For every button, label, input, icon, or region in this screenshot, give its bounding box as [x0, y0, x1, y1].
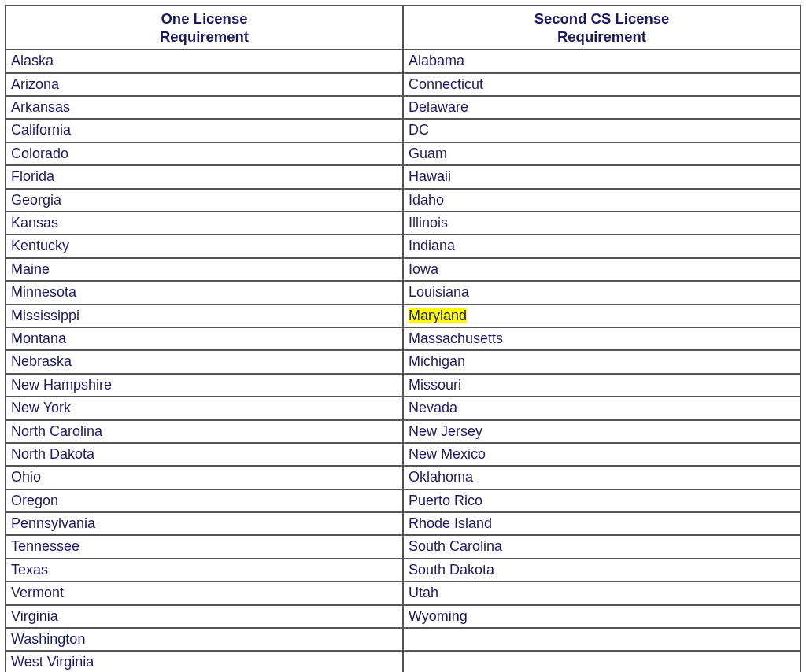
cell-second-cs-license: Delaware [403, 96, 800, 119]
cell-second-cs-license [403, 651, 800, 672]
cell-second-cs-license: Maryland [403, 305, 800, 327]
column-header-one-license: One License Requirement [6, 6, 403, 50]
table-body: AlaskaAlabamaArizonaConnecticutArkansasD… [6, 50, 800, 672]
table-row: New HampshireMissouri [6, 374, 800, 397]
header-line: Requirement [11, 28, 397, 46]
cell-one-license: North Carolina [6, 420, 403, 443]
column-header-second-cs-license: Second CS License Requirement [403, 6, 800, 50]
table-row: MississippiMaryland [6, 305, 800, 327]
cell-one-license: Oregon [6, 489, 403, 512]
table-row: TennesseeSouth Carolina [6, 535, 800, 558]
cell-second-cs-license: Puerto Rico [403, 489, 800, 512]
cell-one-license: Montana [6, 327, 403, 350]
cell-one-license: Washington [6, 628, 403, 651]
cell-one-license: Alaska [6, 50, 403, 72]
table-row: NebraskaMichigan [6, 350, 800, 373]
table-row: KansasIllinois [6, 212, 800, 234]
cell-one-license: Virginia [6, 605, 403, 628]
cell-second-cs-license: Nevada [403, 397, 800, 419]
cell-one-license: Kentucky [6, 234, 403, 257]
header-line: Second CS License [409, 9, 795, 28]
table-row: CaliforniaDC [6, 119, 800, 142]
cell-second-cs-license: Rhode Island [403, 512, 800, 535]
table-row: GeorgiaIdaho [6, 189, 800, 212]
cell-one-license: Pennsylvania [6, 512, 403, 535]
table-row: North CarolinaNew Jersey [6, 420, 800, 443]
cell-second-cs-license: Louisiana [403, 281, 800, 304]
table-row: AlaskaAlabama [6, 50, 800, 72]
cell-second-cs-license: Iowa [403, 258, 800, 281]
table-row: ArkansasDelaware [6, 96, 800, 119]
cell-second-cs-license: Oklahoma [403, 466, 800, 489]
table-row: OhioOklahoma [6, 466, 800, 489]
cell-one-license: Maine [6, 258, 403, 281]
table-row: OregonPuerto Rico [6, 489, 800, 512]
table-row: FloridaHawaii [6, 165, 800, 188]
cell-one-license: Kansas [6, 212, 403, 234]
header-line: One License [11, 9, 397, 28]
table-row: KentuckyIndiana [6, 234, 800, 257]
cell-one-license: Arkansas [6, 96, 403, 119]
cell-second-cs-license: Massachusetts [403, 327, 800, 350]
cell-one-license: Colorado [6, 142, 403, 165]
table-row: MaineIowa [6, 258, 800, 281]
cell-second-cs-license: Guam [403, 142, 800, 165]
cell-second-cs-license: Alabama [403, 50, 800, 72]
table-row: ColoradoGuam [6, 142, 800, 165]
table-row: VermontUtah [6, 582, 800, 604]
table-row: MinnesotaLouisiana [6, 281, 800, 304]
cell-second-cs-license [403, 628, 800, 651]
table-row: TexasSouth Dakota [6, 559, 800, 582]
cell-one-license: Georgia [6, 189, 403, 212]
cell-second-cs-license: DC [403, 119, 800, 142]
cell-second-cs-license: South Dakota [403, 559, 800, 582]
table-row: New YorkNevada [6, 397, 800, 419]
header-line: Requirement [409, 28, 795, 46]
cell-one-license: Florida [6, 165, 403, 188]
cell-one-license: Nebraska [6, 350, 403, 373]
table-row: ArizonaConnecticut [6, 73, 800, 96]
cell-one-license: Tennessee [6, 535, 403, 558]
cell-one-license: Minnesota [6, 281, 403, 304]
table-row: West Virginia [6, 651, 800, 672]
cell-one-license: Arizona [6, 73, 403, 96]
table-row: PennsylvaniaRhode Island [6, 512, 800, 535]
cell-one-license: California [6, 119, 403, 142]
license-requirement-table: One License Requirement Second CS Licens… [5, 5, 801, 672]
cell-one-license: North Dakota [6, 443, 403, 466]
cell-one-license: West Virginia [6, 651, 403, 672]
cell-second-cs-license: South Carolina [403, 535, 800, 558]
cell-one-license: Mississippi [6, 305, 403, 327]
table-row: VirginiaWyoming [6, 605, 800, 628]
cell-second-cs-license: New Jersey [403, 420, 800, 443]
cell-one-license: New York [6, 397, 403, 419]
cell-second-cs-license: Michigan [403, 350, 800, 373]
cell-one-license: Vermont [6, 582, 403, 604]
table-row: Washington [6, 628, 800, 651]
cell-second-cs-license: Missouri [403, 374, 800, 397]
cell-second-cs-license: New Mexico [403, 443, 800, 466]
table-row: MontanaMassachusetts [6, 327, 800, 350]
table-row: North DakotaNew Mexico [6, 443, 800, 466]
cell-one-license: Ohio [6, 466, 403, 489]
highlight-icon: Maryland [409, 308, 467, 323]
cell-second-cs-license: Idaho [403, 189, 800, 212]
cell-second-cs-license: Hawaii [403, 165, 800, 188]
cell-second-cs-license: Illinois [403, 212, 800, 234]
cell-second-cs-license: Utah [403, 582, 800, 604]
table-header-row: One License Requirement Second CS Licens… [6, 6, 800, 50]
cell-one-license: New Hampshire [6, 374, 403, 397]
cell-second-cs-license: Connecticut [403, 73, 800, 96]
cell-second-cs-license: Wyoming [403, 605, 800, 628]
cell-one-license: Texas [6, 559, 403, 582]
cell-second-cs-license: Indiana [403, 234, 800, 257]
